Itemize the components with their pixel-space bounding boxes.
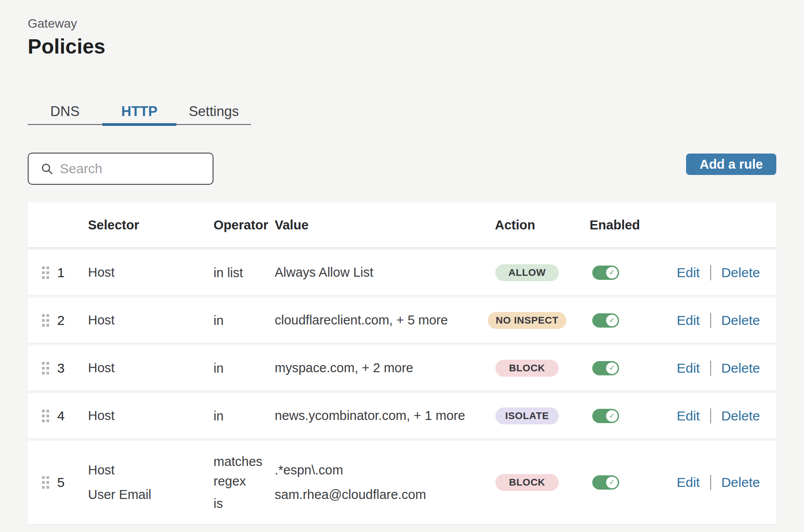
breadcrumb: Gateway: [28, 16, 776, 31]
cell-operator: in: [214, 311, 275, 330]
cell-selector: Host: [88, 308, 214, 332]
edit-link[interactable]: Edit: [677, 361, 700, 376]
action-badge: BLOCK: [495, 474, 559, 491]
operator-value: is: [214, 494, 275, 513]
selector-value: Host: [88, 356, 214, 380]
cell-action: NO INSPECT: [485, 312, 570, 329]
tab-dns[interactable]: DNS: [28, 99, 102, 124]
policies-table: Selector Operator Value Action Enabled 1…: [28, 203, 776, 524]
cell-action: ALLOW: [485, 264, 570, 281]
enabled-toggle[interactable]: ✓: [592, 266, 619, 280]
toggle-check-icon: ✓: [606, 410, 618, 422]
action-badge: BLOCK: [495, 360, 559, 377]
table-row: 5 HostUser Email matches regexis .*espn\…: [28, 441, 776, 524]
delete-link[interactable]: Delete: [721, 265, 760, 280]
edit-link[interactable]: Edit: [677, 408, 700, 424]
table-header-row: Selector Operator Value Action Enabled: [28, 203, 776, 247]
action-badge: ALLOW: [495, 264, 559, 281]
selector-value: Host: [88, 260, 214, 285]
toggle-check-icon: ✓: [606, 362, 618, 374]
selector-value: User Email: [88, 482, 214, 507]
cell-enabled: ✓: [570, 475, 677, 490]
enabled-toggle[interactable]: ✓: [592, 313, 619, 328]
action-badge: NO INSPECT: [488, 312, 566, 329]
column-header-action: Action: [485, 218, 570, 233]
value-text: news.ycombinator.com, + 1 more: [275, 403, 485, 428]
drag-handle-icon[interactable]: [42, 314, 49, 327]
row-number: 2: [57, 313, 88, 328]
cell-enabled: ✓: [570, 361, 677, 375]
drag-handle-icon[interactable]: [42, 410, 49, 422]
enabled-toggle[interactable]: ✓: [592, 409, 619, 423]
operator-value: in: [214, 406, 275, 426]
actions-divider: [710, 265, 711, 280]
cell-row-actions: Edit Delete: [677, 313, 776, 328]
column-header-selector: Selector: [88, 218, 214, 233]
edit-link[interactable]: Edit: [677, 313, 700, 328]
drag-handle-icon[interactable]: [42, 362, 49, 374]
drag-handle-icon[interactable]: [42, 266, 49, 279]
tab-bar: DNS HTTP Settings: [28, 99, 251, 125]
column-header-value: Value: [275, 218, 485, 233]
table-row: 4 Host in news.ycombinator.com, + 1 more…: [28, 393, 776, 438]
delete-link[interactable]: Delete: [721, 361, 760, 376]
toggle-check-icon: ✓: [606, 315, 618, 326]
value-text: Always Allow List: [275, 260, 485, 285]
column-header-operator: Operator: [214, 218, 275, 233]
toggle-check-icon: ✓: [606, 477, 618, 488]
cell-action: BLOCK: [485, 474, 570, 491]
action-badge: ISOLATE: [495, 407, 559, 424]
operator-value: in: [214, 311, 275, 330]
cell-operator: matches regexis: [214, 452, 275, 513]
column-header-enabled: Enabled: [570, 218, 677, 233]
cell-value: cloudflareclient.com, + 5 more: [275, 308, 485, 332]
table-row: 3 Host in myspace.com, + 2 more BLOCK ✓ …: [28, 345, 776, 391]
selector-value: Host: [88, 403, 214, 428]
cell-enabled: ✓: [570, 409, 677, 423]
add-rule-button[interactable]: Add a rule: [686, 154, 776, 175]
row-number: 1: [57, 265, 88, 280]
edit-link[interactable]: Edit: [677, 265, 700, 280]
delete-link[interactable]: Delete: [721, 475, 760, 490]
cell-value: .*espn\.comsam.rhea@cloudflare.com: [275, 458, 485, 507]
cell-row-actions: Edit Delete: [677, 265, 776, 280]
row-number: 3: [57, 361, 88, 376]
search-input[interactable]: [60, 161, 205, 176]
delete-link[interactable]: Delete: [721, 313, 760, 328]
cell-operator: in: [214, 406, 275, 426]
selector-value: Host: [88, 458, 214, 482]
cell-selector: HostUser Email: [88, 458, 214, 507]
cell-row-actions: Edit Delete: [677, 408, 776, 424]
enabled-toggle[interactable]: ✓: [592, 475, 619, 490]
tab-settings[interactable]: Settings: [176, 99, 251, 124]
value-text: cloudflareclient.com, + 5 more: [275, 308, 485, 332]
actions-divider: [710, 475, 711, 490]
selector-value: Host: [88, 308, 214, 332]
cell-selector: Host: [88, 403, 214, 428]
cell-enabled: ✓: [570, 313, 677, 328]
edit-link[interactable]: Edit: [677, 475, 700, 490]
toolbar: Add a rule: [28, 153, 776, 185]
tab-http[interactable]: HTTP: [102, 99, 177, 124]
operator-value: matches regex: [214, 452, 275, 491]
page-title: Policies: [28, 34, 776, 59]
cell-selector: Host: [88, 356, 214, 380]
cell-value: Always Allow List: [275, 260, 485, 285]
cell-selector: Host: [88, 260, 214, 285]
cell-operator: in list: [214, 263, 275, 283]
gateway-policies-page: Gateway Policies DNS HTTP Settings Add a…: [0, 0, 804, 524]
row-number: 4: [57, 408, 88, 424]
enabled-toggle[interactable]: ✓: [592, 361, 619, 375]
search-icon: [40, 162, 54, 175]
cell-row-actions: Edit Delete: [677, 475, 776, 490]
table-body: 1 Host in list Always Allow List ALLOW ✓…: [28, 250, 776, 524]
actions-divider: [710, 361, 711, 376]
row-number: 5: [57, 475, 88, 490]
drag-handle-icon[interactable]: [42, 476, 49, 489]
delete-link[interactable]: Delete: [721, 408, 760, 424]
cell-action: ISOLATE: [485, 407, 570, 424]
cell-action: BLOCK: [485, 360, 570, 377]
cell-value: news.ycombinator.com, + 1 more: [275, 403, 485, 428]
operator-value: in: [214, 358, 275, 378]
search-box[interactable]: [28, 153, 214, 185]
